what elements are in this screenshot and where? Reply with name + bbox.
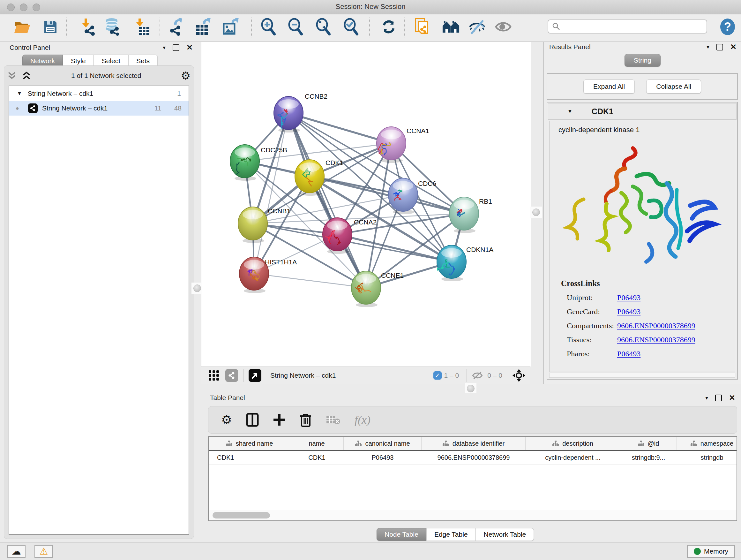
zoom-out-button[interactable] bbox=[286, 18, 305, 36]
table-cell[interactable]: 9606.ENSP00000378699 bbox=[421, 451, 526, 464]
delete-table-icon[interactable] bbox=[326, 415, 340, 425]
function-builder-icon[interactable]: f(x) bbox=[354, 413, 370, 427]
selected-checkbox-icon[interactable]: ✓ bbox=[433, 371, 442, 380]
tab-string[interactable]: String bbox=[624, 54, 661, 67]
cloud-status-button[interactable]: ☁ bbox=[7, 545, 25, 558]
network-collection-row[interactable]: ▼ String Network – cdk1 1 bbox=[9, 86, 189, 101]
table-cell[interactable]: CDK1 bbox=[209, 451, 290, 464]
table-row[interactable]: CDK1CDK1P064939606.ENSP00000378699cyclin… bbox=[209, 451, 737, 464]
results-scrollbar[interactable] bbox=[549, 373, 735, 378]
export-table-button[interactable] bbox=[195, 18, 212, 36]
gene-section-header[interactable]: ▼ CDK1 bbox=[548, 103, 737, 120]
network-edge[interactable] bbox=[254, 273, 366, 288]
export-network-button[interactable] bbox=[167, 18, 185, 36]
network-node-ccnb1[interactable] bbox=[238, 206, 268, 245]
column-header--id[interactable]: @id bbox=[620, 437, 677, 450]
export-image-button[interactable] bbox=[222, 18, 240, 36]
maximize-panel-icon[interactable] bbox=[173, 44, 179, 51]
delete-column-trash-icon[interactable] bbox=[300, 413, 312, 427]
import-table-button[interactable] bbox=[134, 18, 151, 36]
tab-edge-table[interactable]: Edge Table bbox=[426, 528, 476, 541]
network-node-ccna2[interactable] bbox=[322, 217, 353, 256]
import-network-from-database-button[interactable] bbox=[104, 18, 122, 36]
scrollbar-thumb[interactable] bbox=[212, 512, 270, 518]
node-table[interactable]: shared namenamecanonical namedatabase id… bbox=[208, 436, 737, 521]
memory-status-dot bbox=[694, 548, 701, 555]
collection-expand-icon[interactable]: ▼ bbox=[17, 91, 22, 97]
column-header-canonical-name[interactable]: canonical name bbox=[344, 437, 421, 450]
gene-collapse-icon[interactable]: ▼ bbox=[567, 109, 572, 114]
table-settings-gear-icon[interactable]: ⚙ bbox=[221, 414, 232, 426]
maximize-panel-icon[interactable] bbox=[715, 395, 722, 401]
zoom-in-button[interactable] bbox=[259, 18, 277, 36]
warnings-button[interactable]: ⚠ bbox=[35, 545, 53, 558]
table-cell[interactable]: stringdb:9... bbox=[620, 451, 677, 464]
table-cell[interactable]: stringdb bbox=[677, 451, 737, 464]
first-neighbors-button[interactable] bbox=[442, 18, 460, 36]
network-node-cdc6[interactable] bbox=[388, 178, 418, 216]
float-panel-icon[interactable]: ▾ bbox=[705, 395, 708, 401]
birdseye-toggle-icon[interactable] bbox=[249, 369, 261, 382]
network-node-cdkn1a[interactable] bbox=[436, 245, 467, 284]
table-cell[interactable]: P06493 bbox=[344, 451, 421, 464]
network-edge[interactable] bbox=[254, 113, 288, 273]
collapse-all-button[interactable]: Collapse All bbox=[646, 79, 701, 94]
hide-selected-button[interactable] bbox=[468, 18, 486, 36]
memory-button[interactable]: Memory bbox=[687, 545, 735, 558]
crosslink-value-link[interactable]: P06493 bbox=[617, 294, 641, 302]
tab-network-table[interactable]: Network Table bbox=[476, 528, 534, 541]
float-panel-icon[interactable]: ▾ bbox=[706, 44, 710, 51]
network-row[interactable]: ● String Network – cdk1 11 48 bbox=[9, 101, 189, 116]
network-node-ccnb2[interactable] bbox=[273, 96, 304, 135]
add-column-icon[interactable] bbox=[273, 414, 286, 426]
close-panel-icon[interactable]: ✕ bbox=[729, 394, 735, 401]
tab-node-table[interactable]: Node Table bbox=[377, 528, 426, 541]
network-node-cdk1[interactable] bbox=[294, 159, 325, 198]
close-panel-icon[interactable]: ✕ bbox=[730, 43, 737, 51]
table-cell[interactable]: CDK1 bbox=[290, 451, 344, 464]
network-edge[interactable] bbox=[288, 113, 366, 288]
right-splitter-handle[interactable] bbox=[530, 206, 542, 218]
network-node-cdc25b[interactable] bbox=[229, 144, 260, 183]
crosslink-value-link[interactable]: 9606.ENSP00000378699 bbox=[617, 335, 695, 344]
zoom-selected-button[interactable] bbox=[342, 18, 360, 36]
grid-view-icon[interactable] bbox=[208, 370, 219, 381]
crosslink-value-link[interactable]: P06493 bbox=[617, 307, 641, 316]
collapse-all-icon[interactable] bbox=[7, 71, 17, 80]
float-panel-icon[interactable]: ▾ bbox=[163, 44, 165, 51]
table-cell[interactable]: cyclin-dependent ... bbox=[526, 451, 620, 464]
column-header-namespace[interactable]: namespace bbox=[677, 437, 737, 450]
network-options-gear-icon[interactable]: ⚙ bbox=[181, 70, 191, 81]
show-all-button[interactable] bbox=[494, 18, 512, 36]
network-node-ccne1[interactable] bbox=[351, 270, 381, 309]
share-view-icon[interactable] bbox=[225, 369, 238, 382]
hidden-eye-icon bbox=[472, 371, 483, 380]
search-input[interactable] bbox=[560, 23, 703, 30]
pan-crosshair-icon[interactable] bbox=[512, 368, 526, 382]
crosslink-value-link[interactable]: 9606.ENSP00000378699 bbox=[617, 321, 695, 330]
apply-layout-button[interactable] bbox=[380, 18, 398, 36]
expand-all-button[interactable]: Expand All bbox=[583, 79, 635, 94]
column-header-database-identifier[interactable]: database identifier bbox=[421, 437, 526, 450]
close-panel-icon[interactable]: ✕ bbox=[186, 44, 193, 51]
column-header-description[interactable]: description bbox=[526, 437, 620, 450]
bottom-splitter-handle[interactable] bbox=[465, 383, 476, 394]
duplicate-network-button[interactable] bbox=[414, 18, 431, 36]
open-session-button[interactable] bbox=[13, 18, 31, 36]
zoom-fit-button[interactable] bbox=[314, 18, 332, 36]
expand-all-icon[interactable] bbox=[22, 71, 31, 80]
column-header-shared-name[interactable]: shared name bbox=[209, 437, 290, 450]
maximize-panel-icon[interactable] bbox=[717, 44, 723, 51]
table-horizontal-scrollbar[interactable] bbox=[209, 510, 737, 520]
import-network-button[interactable] bbox=[79, 18, 97, 36]
columns-icon[interactable] bbox=[246, 413, 259, 427]
network-node-count: 11 bbox=[154, 105, 161, 112]
column-header-name[interactable]: name bbox=[290, 437, 344, 450]
network-node-ccna1[interactable] bbox=[376, 126, 407, 165]
help-button[interactable]: ? bbox=[719, 18, 737, 36]
save-session-button[interactable] bbox=[42, 18, 59, 36]
network-node-rb1[interactable] bbox=[449, 196, 479, 235]
crosslink-value-link[interactable]: P06493 bbox=[617, 350, 641, 358]
application-window: Session: New Session bbox=[0, 0, 741, 560]
network-canvas[interactable]: CCNB2CCNA1CDC25BCDK1CDC6RB1CCNB1CCNA2CDK… bbox=[201, 42, 531, 367]
